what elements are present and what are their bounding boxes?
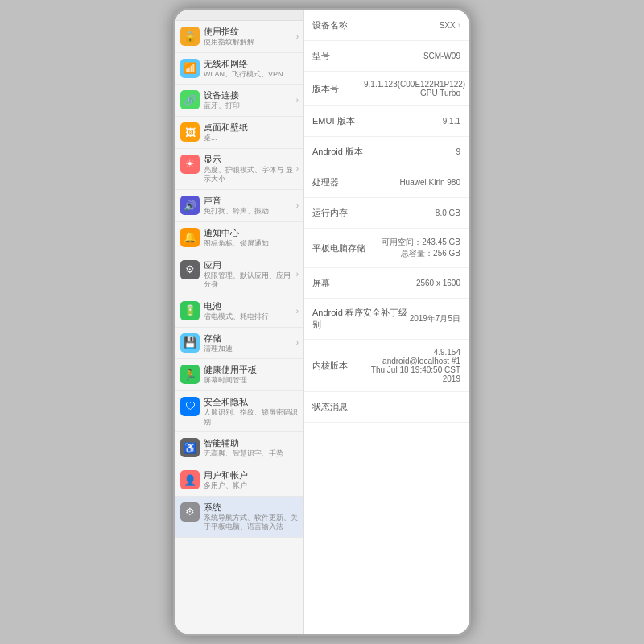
settings-item-14[interactable]: ⚙ 系统 系统导航方式、软件更新、关于平板电脑、语言输入法 <box>175 497 303 538</box>
detail-value-10: 4.9.154android@localhost #1Thu Jul 18 19… <box>364 348 460 383</box>
screen: 🔒 使用指纹 使用指纹解解解 › 📶 无线和网络 WLAN、飞行模式、VPN 🔗… <box>175 10 469 634</box>
item-title-5: 声音 <box>204 195 295 207</box>
settings-left-panel: 🔒 使用指纹 使用指纹解解解 › 📶 无线和网络 WLAN、飞行模式、VPN 🔗… <box>175 10 304 634</box>
settings-item-2[interactable]: 🔗 设备连接 蓝牙、打印 › <box>175 85 303 117</box>
item-icon-3: 🖼 <box>180 122 200 142</box>
item-text-10: 健康使用平板 屏幕时间管理 <box>204 364 299 386</box>
settings-item-12[interactable]: ♿ 智能辅助 无高脚、智慧识字、手势 <box>175 432 303 464</box>
detail-row-11: 状态消息 <box>304 392 469 423</box>
item-arrow-2: › <box>296 96 299 105</box>
detail-row-8: 屏幕 2560 x 1600 <box>304 268 469 299</box>
item-subtitle-1: WLAN、飞行模式、VPN <box>204 70 299 80</box>
item-subtitle-5: 免打扰、铃声、振动 <box>204 207 295 217</box>
item-subtitle-4: 亮度、护眼模式、字体与 显示大小 <box>204 166 295 184</box>
item-text-2: 设备连接 蓝牙、打印 <box>204 89 295 111</box>
item-title-2: 设备连接 <box>204 89 295 101</box>
detail-row-5: 处理器 Huawei Kirin 980 <box>304 167 469 198</box>
detail-row-3: EMUI 版本 9.1.1 <box>304 106 469 137</box>
detail-row-2: 版本号 9.1.1.123(C00E122R1P122)GPU Turbo <box>304 72 469 106</box>
detail-row-1: 型号 SCM-W09 <box>304 41 469 72</box>
detail-value-2: 9.1.1.123(C00E122R1P122)GPU Turbo <box>364 80 460 97</box>
detail-rows-list: 设备名称 SXX › 型号 SCM-W09 版本号 9.1.1.123(C00E… <box>304 10 469 423</box>
item-text-5: 声音 免打扰、铃声、振动 <box>204 195 295 217</box>
settings-item-7[interactable]: ⚙ 应用 权限管理、默认应用、应用分身 › <box>175 254 303 295</box>
item-text-12: 智能辅助 无高脚、智慧识字、手势 <box>204 437 299 459</box>
detail-value-6: 8.0 GB <box>436 208 460 217</box>
item-icon-10: 🏃 <box>180 365 200 384</box>
item-arrow-5: › <box>296 201 299 210</box>
detail-label-11: 状态消息 <box>312 401 460 413</box>
item-title-13: 用户和帐户 <box>204 469 299 481</box>
tablet-frame: 🔒 使用指纹 使用指纹解解解 › 📶 无线和网络 WLAN、飞行模式、VPN 🔗… <box>173 8 471 636</box>
settings-item-1[interactable]: 📶 无线和网络 WLAN、飞行模式、VPN <box>175 53 303 85</box>
detail-row-6: 运行内存 8.0 GB <box>304 198 469 229</box>
detail-row-4: Android 版本 9 <box>304 137 469 167</box>
detail-label-2: 版本号 <box>312 83 364 95</box>
settings-item-9[interactable]: 💾 存储 清理加速 › <box>175 328 303 360</box>
item-icon-6: 🔔 <box>180 228 200 247</box>
item-arrow-4: › <box>296 164 299 173</box>
item-title-7: 应用 <box>204 259 295 271</box>
item-text-13: 用户和帐户 多用户、帐户 <box>204 469 299 491</box>
item-text-4: 显示 亮度、护眼模式、字体与 显示大小 <box>204 154 295 184</box>
settings-items-list: 🔒 使用指纹 使用指纹解解解 › 📶 无线和网络 WLAN、飞行模式、VPN 🔗… <box>175 21 303 538</box>
item-title-8: 电池 <box>204 300 295 312</box>
settings-item-0[interactable]: 🔒 使用指纹 使用指纹解解解 › <box>175 21 303 53</box>
detail-label-3: EMUI 版本 <box>312 115 443 127</box>
detail-row-10: 内核版本 4.9.154android@localhost #1Thu Jul … <box>304 340 469 392</box>
item-text-14: 系统 系统导航方式、软件更新、关于平板电脑、语言输入法 <box>204 502 299 532</box>
detail-label-7: 平板电脑存储 <box>312 242 382 254</box>
detail-label-5: 处理器 <box>312 176 399 188</box>
item-title-1: 无线和网络 <box>204 58 299 70</box>
item-title-0: 使用指纹 <box>204 26 295 38</box>
detail-row-0[interactable]: 设备名称 SXX › <box>304 10 469 41</box>
item-title-6: 通知中心 <box>204 227 299 239</box>
item-arrow-8: › <box>296 307 299 316</box>
item-icon-4: ☀ <box>180 155 200 174</box>
settings-item-4[interactable]: ☀ 显示 亮度、护眼模式、字体与 显示大小 › <box>175 149 303 190</box>
detail-arrow-0: › <box>458 21 460 30</box>
item-subtitle-6: 图标角标、锁屏通知 <box>204 239 299 249</box>
detail-row-7: 平板电脑存储 可用空间：243.45 GB总容量：256 GB <box>304 229 469 268</box>
item-text-1: 无线和网络 WLAN、飞行模式、VPN <box>204 58 299 80</box>
item-text-9: 存储 清理加速 <box>204 332 295 354</box>
item-icon-2: 🔗 <box>180 90 200 109</box>
item-icon-5: 🔊 <box>180 196 200 215</box>
settings-right-panel: 设备名称 SXX › 型号 SCM-W09 版本号 9.1.1.123(C00E… <box>304 10 469 634</box>
detail-label-4: Android 版本 <box>312 146 456 158</box>
item-subtitle-13: 多用户、帐户 <box>204 481 299 491</box>
item-icon-7: ⚙ <box>180 260 200 279</box>
phone-container: 🔒 使用指纹 使用指纹解解解 › 📶 无线和网络 WLAN、飞行模式、VPN 🔗… <box>0 0 644 644</box>
item-arrow-7: › <box>296 270 299 279</box>
detail-value-4: 9 <box>456 147 460 156</box>
item-title-3: 桌面和壁纸 <box>204 122 299 134</box>
item-arrow-9: › <box>296 338 299 347</box>
item-title-11: 安全和隐私 <box>204 396 299 408</box>
item-subtitle-7: 权限管理、默认应用、应用分身 <box>204 271 295 290</box>
settings-item-10[interactable]: 🏃 健康使用平板 屏幕时间管理 <box>175 359 303 391</box>
settings-item-13[interactable]: 👤 用户和帐户 多用户、帐户 <box>175 464 303 497</box>
settings-item-8[interactable]: 🔋 电池 省电模式、耗电排行 › <box>175 295 303 328</box>
item-text-8: 电池 省电模式、耗电排行 <box>204 300 295 322</box>
item-subtitle-9: 清理加速 <box>204 345 295 354</box>
detail-label-6: 运行内存 <box>312 207 436 219</box>
item-icon-13: 👤 <box>180 470 200 489</box>
detail-row-9: Android 程序安全补丁级别 2019年7月5日 <box>304 299 469 340</box>
settings-item-11[interactable]: 🛡 安全和隐私 人脸识别、指纹、锁屏密码识别 <box>175 391 303 432</box>
settings-item-3[interactable]: 🖼 桌面和壁纸 桌... <box>175 117 303 149</box>
settings-item-6[interactable]: 🔔 通知中心 图标角标、锁屏通知 <box>175 222 303 254</box>
settings-item-5[interactable]: 🔊 声音 免打扰、铃声、振动 › <box>175 190 303 222</box>
detail-label-1: 型号 <box>312 50 423 62</box>
item-subtitle-10: 屏幕时间管理 <box>204 376 299 386</box>
detail-value-9: 2019年7月5日 <box>410 313 460 324</box>
item-subtitle-14: 系统导航方式、软件更新、关于平板电脑、语言输入法 <box>204 514 299 532</box>
detail-label-0: 设备名称 <box>312 19 440 31</box>
item-icon-11: 🛡 <box>180 397 200 416</box>
detail-label-9: Android 程序安全补丁级别 <box>312 307 410 331</box>
item-icon-8: 🔋 <box>180 301 200 320</box>
detail-value-3: 9.1.1 <box>443 117 460 126</box>
item-text-7: 应用 权限管理、默认应用、应用分身 <box>204 259 295 290</box>
item-arrow-0: › <box>296 32 299 41</box>
detail-label-8: 屏幕 <box>312 277 416 289</box>
item-text-11: 安全和隐私 人脸识别、指纹、锁屏密码识别 <box>204 396 299 427</box>
